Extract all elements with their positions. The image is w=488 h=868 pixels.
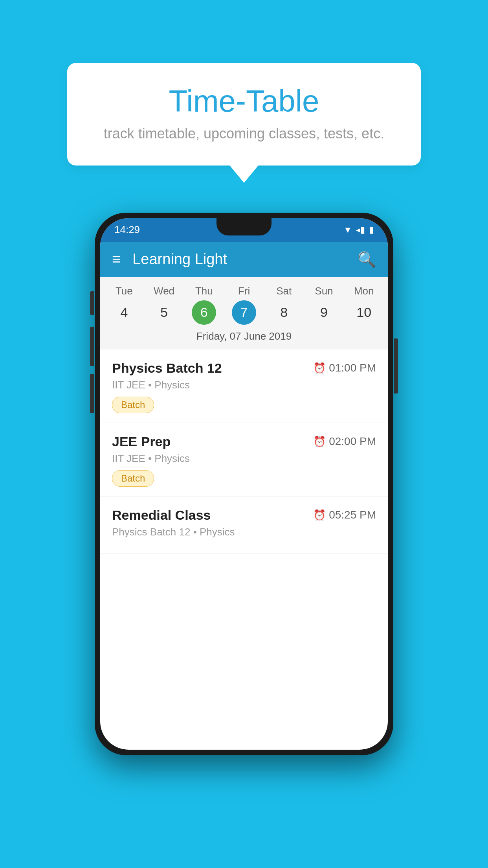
status-time: 14:29 <box>114 224 140 236</box>
clock-icon: ⏰ <box>313 509 326 521</box>
day-name: Fri <box>238 285 250 297</box>
app-bar-left: ≡ Learning Light <box>112 251 227 268</box>
hamburger-icon[interactable]: ≡ <box>112 251 121 268</box>
schedule-list: Physics Batch 12⏰01:00 PMIIT JEE • Physi… <box>100 349 388 554</box>
batch-badge: Batch <box>112 397 154 413</box>
day-name: Sat <box>276 285 292 297</box>
schedule-item-time: ⏰05:25 PM <box>313 509 376 521</box>
battery-icon: ▮ <box>369 225 374 235</box>
schedule-item-title: Remedial Class <box>112 508 211 523</box>
status-bar: 14:29 ▼ ◂▮ ▮ <box>100 218 388 242</box>
app-bar: ≡ Learning Light 🔍 <box>100 242 388 277</box>
calendar-section: Tue4Wed5Thu6Fri7Sat8Sun9Mon10 Friday, 07… <box>100 277 388 349</box>
calendar-day-6[interactable]: Thu6 <box>184 285 224 325</box>
calendar-day-9[interactable]: Sun9 <box>304 285 344 325</box>
tooltip-title: Time-Table <box>99 85 389 118</box>
day-number[interactable]: 7 <box>232 300 256 325</box>
volume-down-button <box>90 327 94 366</box>
time-text: 01:00 PM <box>329 362 376 374</box>
day-number[interactable]: 10 <box>352 300 376 325</box>
day-name: Tue <box>116 285 133 297</box>
wifi-icon: ▼ <box>343 225 352 235</box>
power-button <box>394 338 398 394</box>
schedule-item-subtitle: IIT JEE • Physics <box>112 379 376 391</box>
calendar-day-5[interactable]: Wed5 <box>144 285 184 325</box>
schedule-item-time: ⏰02:00 PM <box>313 435 376 448</box>
phone-mockup: 14:29 ▼ ◂▮ ▮ ≡ Learning Light 🔍 T <box>95 213 393 755</box>
schedule-item-subtitle: Physics Batch 12 • Physics <box>112 526 376 538</box>
schedule-item-time: ⏰01:00 PM <box>313 362 376 374</box>
day-number[interactable]: 6 <box>192 300 216 325</box>
search-icon[interactable]: 🔍 <box>358 251 376 268</box>
calendar-day-10[interactable]: Mon10 <box>344 285 384 325</box>
day-number[interactable]: 4 <box>112 300 136 325</box>
schedule-item-0[interactable]: Physics Batch 12⏰01:00 PMIIT JEE • Physi… <box>100 349 388 423</box>
time-text: 02:00 PM <box>329 435 376 448</box>
status-icons: ▼ ◂▮ ▮ <box>343 225 374 235</box>
day-number[interactable]: 5 <box>152 300 176 325</box>
day-name: Mon <box>354 285 374 297</box>
day-name: Wed <box>154 285 174 297</box>
calendar-day-4[interactable]: Tue4 <box>104 285 144 325</box>
signal-icon: ◂▮ <box>356 225 365 235</box>
calendar-days-row: Tue4Wed5Thu6Fri7Sat8Sun9Mon10 <box>100 277 388 325</box>
silent-button <box>90 374 94 413</box>
tooltip-card: Time-Table track timetable, upcoming cla… <box>67 63 421 166</box>
volume-up-button <box>90 291 94 315</box>
schedule-item-header: JEE Prep⏰02:00 PM <box>112 434 376 449</box>
schedule-item-header: Remedial Class⏰05:25 PM <box>112 508 376 523</box>
day-number[interactable]: 9 <box>312 300 336 325</box>
time-text: 05:25 PM <box>329 509 376 521</box>
tooltip-subtitle: track timetable, upcoming classes, tests… <box>99 125 389 142</box>
schedule-item-subtitle: IIT JEE • Physics <box>112 452 376 465</box>
notch <box>216 218 272 235</box>
phone-screen: 14:29 ▼ ◂▮ ▮ ≡ Learning Light 🔍 T <box>100 218 388 750</box>
schedule-item-header: Physics Batch 12⏰01:00 PM <box>112 360 376 376</box>
clock-icon: ⏰ <box>313 362 326 374</box>
schedule-item-2[interactable]: Remedial Class⏰05:25 PMPhysics Batch 12 … <box>100 497 388 554</box>
phone-frame: 14:29 ▼ ◂▮ ▮ ≡ Learning Light 🔍 T <box>95 213 393 755</box>
day-name: Sun <box>315 285 333 297</box>
schedule-item-1[interactable]: JEE Prep⏰02:00 PMIIT JEE • PhysicsBatch <box>100 423 388 497</box>
calendar-day-7[interactable]: Fri7 <box>224 285 264 325</box>
batch-badge: Batch <box>112 470 154 487</box>
app-title: Learning Light <box>132 251 227 268</box>
calendar-date-label: Friday, 07 June 2019 <box>100 325 388 349</box>
day-number[interactable]: 8 <box>272 300 296 325</box>
day-name: Thu <box>195 285 213 297</box>
schedule-item-title: Physics Batch 12 <box>112 360 222 376</box>
clock-icon: ⏰ <box>313 436 326 448</box>
calendar-day-8[interactable]: Sat8 <box>264 285 304 325</box>
schedule-item-title: JEE Prep <box>112 434 171 449</box>
